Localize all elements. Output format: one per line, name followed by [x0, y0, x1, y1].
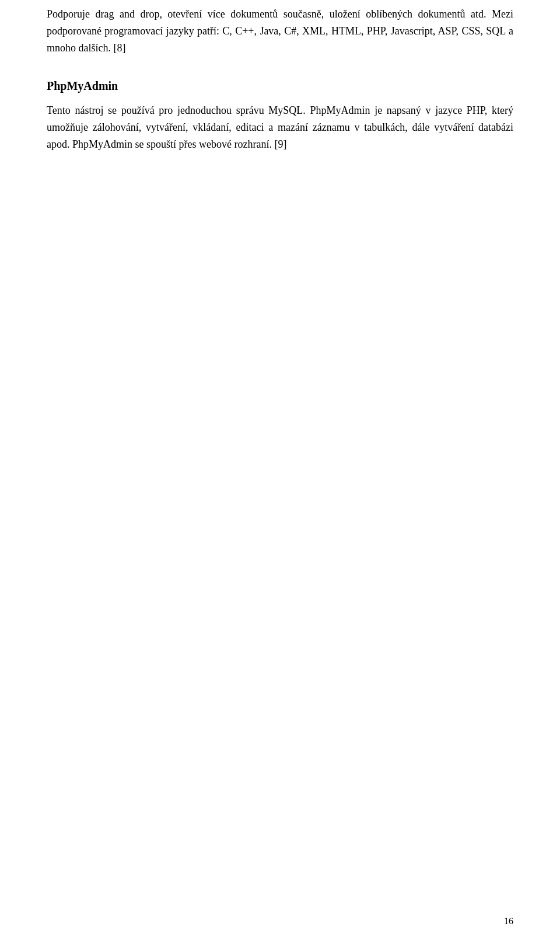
page-number: 16	[504, 916, 513, 926]
section-heading-phpmyadmin: PhpMyAdmin	[47, 79, 513, 93]
paragraph-2: Tento nástroj se používá pro jednoduchou…	[47, 102, 513, 152]
paragraph-1: Podporuje drag and drop, otevření více d…	[47, 6, 513, 56]
page-container: Podporuje drag and drop, otevření více d…	[0, 0, 560, 944]
content-area: Podporuje drag and drop, otevření více d…	[47, 0, 513, 188]
